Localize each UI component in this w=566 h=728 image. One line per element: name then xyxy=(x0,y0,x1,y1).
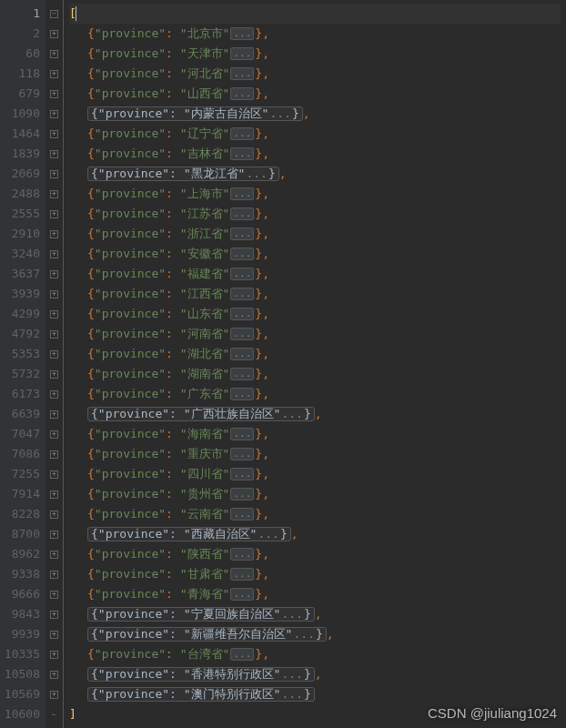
fold-toggle-icon[interactable] xyxy=(45,84,63,104)
code-line[interactable]: {"province": "新疆维吾尔自治区"...}, xyxy=(69,624,561,644)
ellipsis-fold-icon[interactable]: ... xyxy=(230,187,254,200)
ellipsis-fold-icon[interactable]: ... xyxy=(230,588,254,601)
code-line[interactable]: {"province": "河南省"...}, xyxy=(69,324,561,344)
fold-toggle-icon[interactable] xyxy=(45,324,63,344)
fold-toggle-icon[interactable] xyxy=(45,444,63,464)
ellipsis-fold-icon[interactable]: ... xyxy=(230,508,254,521)
code-line[interactable]: {"province": "甘肃省"...}, xyxy=(69,564,561,584)
code-line[interactable]: {"province": "广西壮族自治区"...}, xyxy=(69,404,561,424)
code-line[interactable]: {"province": "江西省"...}, xyxy=(69,284,561,304)
fold-toggle-icon[interactable] xyxy=(45,544,63,564)
ellipsis-fold-icon[interactable]: ... xyxy=(230,288,254,300)
ellipsis-fold-icon[interactable]: ... xyxy=(230,488,254,500)
fold-toggle-icon[interactable] xyxy=(45,164,63,184)
fold-toggle-icon[interactable] xyxy=(45,604,63,624)
ellipsis-fold-icon[interactable]: ... xyxy=(230,548,254,561)
folded-object[interactable]: {"province": "广西壮族自治区"...} xyxy=(87,407,315,421)
fold-toggle-icon[interactable] xyxy=(45,24,63,44)
fold-toggle-icon[interactable] xyxy=(45,44,63,64)
code-line[interactable]: {"province": "香港特别行政区"...}, xyxy=(69,664,561,684)
code-line[interactable]: {"province": "云南省"...}, xyxy=(69,504,561,524)
fold-toggle-icon[interactable] xyxy=(45,344,63,364)
ellipsis-fold-icon[interactable]: ... xyxy=(230,87,254,100)
ellipsis-fold-icon[interactable]: ... xyxy=(230,468,254,480)
ellipsis-fold-icon[interactable]: ... xyxy=(230,248,254,260)
code-line[interactable]: {"province": "上海市"...}, xyxy=(69,184,561,204)
fold-toggle-icon[interactable] xyxy=(45,684,63,704)
code-line[interactable]: {"province": "福建省"...}, xyxy=(69,264,561,284)
ellipsis-fold-icon[interactable]: ... xyxy=(230,368,254,380)
fold-toggle-icon[interactable] xyxy=(45,104,63,124)
fold-toggle-icon[interactable] xyxy=(45,404,63,424)
fold-toggle-icon[interactable] xyxy=(45,264,63,284)
ellipsis-fold-icon[interactable]: ... xyxy=(230,568,254,581)
code-line[interactable]: {"province": "四川省"...}, xyxy=(69,464,561,484)
code-line[interactable]: {"province": "河北省"...}, xyxy=(69,64,561,84)
code-line[interactable]: {"province": "宁夏回族自治区"...}, xyxy=(69,604,561,624)
code-line[interactable]: {"province": "海南省"...}, xyxy=(69,424,561,444)
fold-toggle-icon[interactable] xyxy=(45,464,63,484)
fold-toggle-icon[interactable]: ⌐ xyxy=(45,704,63,724)
ellipsis-fold-icon[interactable]: ... xyxy=(230,67,254,80)
code-line[interactable]: {"province": "北京市"...}, xyxy=(69,24,561,44)
fold-toggle-icon[interactable] xyxy=(45,304,63,324)
fold-toggle-icon[interactable] xyxy=(45,644,63,664)
ellipsis-fold-icon[interactable]: ... xyxy=(230,207,254,220)
code-line[interactable]: {"province": "江苏省"...}, xyxy=(69,204,561,224)
code-line[interactable]: {"province": "湖南省"...}, xyxy=(69,364,561,384)
code-area[interactable]: [{"province": "北京市"...},{"province": "天津… xyxy=(64,0,566,728)
fold-toggle-icon[interactable] xyxy=(45,244,63,264)
ellipsis-fold-icon[interactable]: ... xyxy=(230,27,254,40)
folded-object[interactable]: {"province": "宁夏回族自治区"...} xyxy=(87,607,315,622)
code-line[interactable]: {"province": "吉林省"...}, xyxy=(69,144,561,164)
fold-toggle-icon[interactable] xyxy=(45,4,63,24)
fold-toggle-icon[interactable] xyxy=(45,224,63,244)
folded-object[interactable]: {"province": "西藏自治区"...} xyxy=(87,527,291,541)
code-line[interactable]: {"province": "天津市"...}, xyxy=(69,44,561,64)
code-line[interactable]: {"province": "广东省"...}, xyxy=(69,384,561,404)
code-line[interactable]: {"province": "澳门特别行政区"...} xyxy=(69,684,561,704)
code-line[interactable]: {"province": "陕西省"...}, xyxy=(69,544,561,564)
folded-object[interactable]: {"province": "内蒙古自治区"...} xyxy=(87,106,303,121)
fold-toggle-icon[interactable] xyxy=(45,364,63,384)
code-editor[interactable]: 1260118679109014641839206924882555291032… xyxy=(0,0,566,728)
code-line[interactable]: {"province": "山西省"...}, xyxy=(69,84,561,104)
folded-object[interactable]: {"province": "香港特别行政区"...} xyxy=(87,667,315,682)
code-line[interactable]: {"province": "辽宁省"...}, xyxy=(69,124,561,144)
code-line[interactable]: {"province": "黑龙江省"...}, xyxy=(69,164,561,184)
code-line[interactable]: {"province": "山东省"...}, xyxy=(69,304,561,324)
fold-toggle-icon[interactable] xyxy=(45,564,63,584)
code-line[interactable]: {"province": "西藏自治区"...}, xyxy=(69,524,561,544)
code-line[interactable]: {"province": "台湾省"...}, xyxy=(69,644,561,664)
folded-object[interactable]: {"province": "澳门特别行政区"...} xyxy=(87,687,315,702)
ellipsis-fold-icon[interactable]: ... xyxy=(230,228,254,240)
fold-toggle-icon[interactable] xyxy=(45,504,63,524)
ellipsis-fold-icon[interactable]: ... xyxy=(230,147,254,160)
code-line[interactable]: {"province": "安徽省"...}, xyxy=(69,244,561,264)
ellipsis-fold-icon[interactable]: ... xyxy=(230,388,254,400)
fold-toggle-icon[interactable] xyxy=(45,424,63,444)
fold-toggle-icon[interactable] xyxy=(45,144,63,164)
fold-toggle-icon[interactable] xyxy=(45,484,63,504)
ellipsis-fold-icon[interactable]: ... xyxy=(230,348,254,360)
code-line[interactable]: {"province": "青海省"...}, xyxy=(69,584,561,604)
fold-toggle-icon[interactable] xyxy=(45,664,63,684)
fold-toggle-icon[interactable] xyxy=(45,584,63,604)
folded-object[interactable]: {"province": "新疆维吾尔自治区"...} xyxy=(87,627,327,642)
fold-toggle-icon[interactable] xyxy=(45,64,63,84)
code-line[interactable]: {"province": "湖北省"...}, xyxy=(69,344,561,364)
code-line[interactable]: {"province": "贵州省"...}, xyxy=(69,484,561,504)
fold-toggle-icon[interactable] xyxy=(45,384,63,404)
fold-toggle-icon[interactable] xyxy=(45,284,63,304)
ellipsis-fold-icon[interactable]: ... xyxy=(230,268,254,280)
fold-toggle-icon[interactable] xyxy=(45,524,63,544)
ellipsis-fold-icon[interactable]: ... xyxy=(230,47,254,60)
fold-toggle-icon[interactable] xyxy=(45,124,63,144)
ellipsis-fold-icon[interactable]: ... xyxy=(230,648,254,661)
code-line[interactable]: {"province": "内蒙古自治区"...}, xyxy=(69,104,561,124)
ellipsis-fold-icon[interactable]: ... xyxy=(230,308,254,320)
ellipsis-fold-icon[interactable]: ... xyxy=(230,448,254,460)
ellipsis-fold-icon[interactable]: ... xyxy=(230,428,254,440)
ellipsis-fold-icon[interactable]: ... xyxy=(230,328,254,340)
fold-toggle-icon[interactable] xyxy=(45,624,63,644)
